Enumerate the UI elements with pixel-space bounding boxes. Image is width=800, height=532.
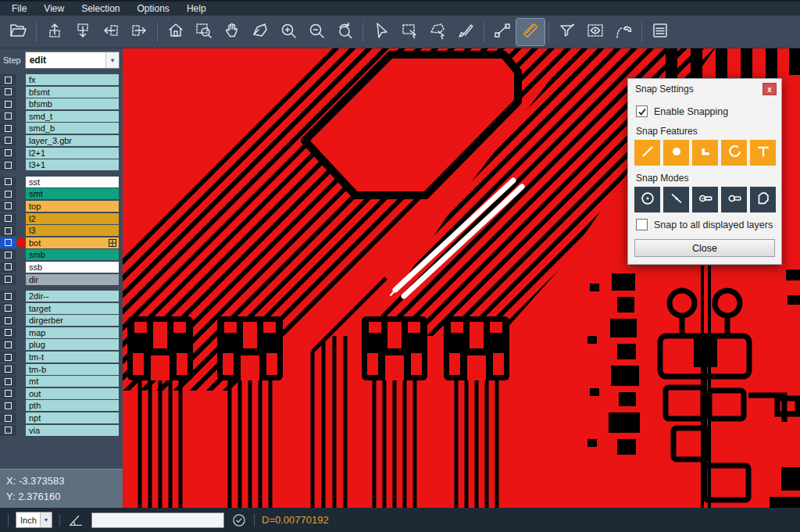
layer-row-bfsmt[interactable]: bfsmt <box>0 87 123 98</box>
command-input[interactable] <box>91 512 224 528</box>
snap-feature-pad-button[interactable] <box>663 140 689 166</box>
snap-mode-pad-outline-button[interactable] <box>721 187 747 212</box>
move-down-button[interactable] <box>69 19 97 45</box>
layer-row-via[interactable]: via <box>0 425 123 436</box>
layer-row-fx[interactable]: fx <box>0 74 123 85</box>
layer-visibility-checkbox[interactable] <box>0 291 16 302</box>
zoom-region-button[interactable] <box>190 19 218 45</box>
layer-visibility-checkbox[interactable] <box>0 327 16 338</box>
unit-select[interactable]: Inch ▾ <box>16 512 52 528</box>
layer-visibility-checkbox[interactable] <box>0 213 16 224</box>
layer-visibility-checkbox[interactable] <box>0 148 16 159</box>
chevron-down-icon[interactable]: ▾ <box>40 512 52 527</box>
layer-visibility-checkbox[interactable] <box>0 376 16 387</box>
snap-feature-surface-button[interactable] <box>692 140 718 166</box>
snap-all-layers-checkbox[interactable] <box>636 219 648 230</box>
move-up-button[interactable] <box>41 19 69 45</box>
sweep-brush-button[interactable] <box>452 19 480 45</box>
layer-row-pth[interactable]: pth <box>0 400 123 411</box>
layer-visibility-checkbox[interactable] <box>0 225 16 236</box>
chevron-down-icon[interactable]: ▾ <box>105 52 119 68</box>
layer-row-top[interactable]: top <box>0 201 123 212</box>
enable-snapping-checkbox[interactable] <box>636 105 648 117</box>
layer-visibility-checkbox[interactable] <box>0 123 16 134</box>
layer-visibility-checkbox[interactable] <box>0 135 16 146</box>
layer-row-tm-t[interactable]: tm-t <box>0 352 123 362</box>
layer-visibility-checkbox[interactable] <box>0 315 16 326</box>
layer-visibility-checkbox[interactable] <box>0 201 16 212</box>
layer-visibility-checkbox[interactable] <box>0 177 16 187</box>
layer-row-dirgerber[interactable]: dirgerber <box>0 315 123 326</box>
layer-visibility-checkbox[interactable] <box>0 425 16 436</box>
snap-feature-arc-button[interactable] <box>721 140 747 166</box>
layer-row-ssb[interactable]: ssb <box>0 262 123 273</box>
layer-row-bfsmb[interactable]: bfsmb <box>0 98 123 109</box>
layer-row-tm-b[interactable]: tm-b <box>0 364 123 375</box>
zoom-in-button[interactable] <box>274 19 302 45</box>
rect-select-button[interactable] <box>395 19 423 45</box>
layer-visibility-checkbox[interactable] <box>0 388 16 399</box>
layer-visibility-checkbox[interactable] <box>0 188 16 199</box>
measure-line-button[interactable] <box>488 19 516 45</box>
layer-row-layer_3.gbr[interactable]: layer_3.gbr <box>0 135 123 146</box>
measure-ruler-button[interactable] <box>516 19 545 45</box>
show-selection-button[interactable] <box>581 19 609 45</box>
layer-row-npt[interactable]: npt <box>0 412 123 423</box>
layer-visibility-checkbox[interactable] <box>0 364 16 375</box>
snap-mode-center-button[interactable] <box>634 187 660 212</box>
snap-feature-text-button[interactable] <box>750 140 776 166</box>
dialog-close-action-button[interactable]: Close <box>634 239 775 257</box>
layer-row-map[interactable]: map <box>0 327 123 338</box>
layer-visibility-checkbox[interactable] <box>0 400 16 411</box>
dialog-title-bar[interactable]: Snap Settings x <box>628 79 781 99</box>
zoom-reset-button[interactable] <box>330 19 359 45</box>
layer-visibility-checkbox[interactable] <box>0 159 16 170</box>
layer-row-mt[interactable]: mt <box>0 376 123 387</box>
layer-visibility-checkbox[interactable] <box>0 87 16 98</box>
menu-options[interactable]: Options <box>129 2 178 16</box>
layer-row-l2+1[interactable]: l2+1 <box>0 148 123 159</box>
dialog-close-button[interactable]: x <box>762 83 777 95</box>
layer-row-dir[interactable]: dir <box>0 274 123 285</box>
snap-mode-midpoint-button[interactable] <box>663 187 689 212</box>
layer-visibility-checkbox[interactable] <box>0 412 16 423</box>
step-select[interactable]: edit ▾ <box>25 52 120 69</box>
home-view-button[interactable] <box>162 19 190 45</box>
open-file-button[interactable] <box>4 19 32 45</box>
layer-row-smb[interactable]: smb <box>0 249 123 260</box>
layer-row-smt[interactable]: smt <box>0 188 123 199</box>
layer-visibility-checkbox[interactable] <box>0 262 16 273</box>
layer-row-l3+1[interactable]: l3+1 <box>0 159 123 170</box>
layer-row-out[interactable]: out <box>0 388 123 399</box>
layer-visibility-checkbox[interactable] <box>0 111 16 122</box>
apply-circle-check-icon[interactable] <box>231 512 247 528</box>
snap-mode-pad-slot-button[interactable] <box>692 187 718 212</box>
select-arrow-button[interactable] <box>367 19 395 45</box>
filter-button[interactable] <box>553 19 581 45</box>
layers-panel-button[interactable] <box>646 19 674 45</box>
layer-row-2dir--[interactable]: 2dir-- <box>0 291 123 302</box>
layer-visibility-checkbox[interactable] <box>0 274 16 285</box>
snap-feature-line-button[interactable] <box>634 140 660 166</box>
layer-visibility-checkbox[interactable] <box>0 303 16 314</box>
menu-help[interactable]: Help <box>178 2 215 16</box>
snap-mode-contour-button[interactable] <box>750 187 776 212</box>
layer-row-sst[interactable]: sst <box>0 177 123 187</box>
layer-visibility-checkbox[interactable] <box>0 74 16 85</box>
layer-visibility-checkbox[interactable] <box>0 249 16 260</box>
layer-visibility-checkbox[interactable] <box>0 339 16 350</box>
snap-magnet-button[interactable] <box>609 19 638 45</box>
layer-row-smd_t[interactable]: smd_t <box>0 111 123 122</box>
polygon-zoom-button[interactable] <box>246 19 274 45</box>
menu-selection[interactable]: Selection <box>73 2 128 16</box>
layer-row-l3[interactable]: l3 <box>0 225 123 236</box>
move-left-button[interactable] <box>97 19 125 45</box>
layer-visibility-checkbox[interactable] <box>0 352 16 362</box>
lasso-select-button[interactable] <box>423 19 452 45</box>
move-right-button[interactable] <box>125 19 153 45</box>
layer-row-l2[interactable]: l2 <box>0 213 123 224</box>
layer-row-target[interactable]: target <box>0 303 123 314</box>
menu-view[interactable]: View <box>35 2 73 16</box>
pan-hand-button[interactable] <box>218 19 246 45</box>
layer-row-bot[interactable]: bot <box>0 237 123 248</box>
